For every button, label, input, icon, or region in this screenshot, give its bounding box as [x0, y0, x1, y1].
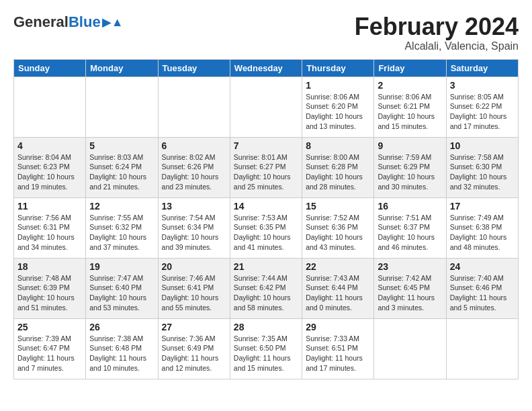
calendar-cell: 24Sunrise: 7:40 AMSunset: 6:46 PMDayligh… — [446, 258, 518, 318]
calendar-cell — [14, 77, 86, 137]
day-info: Sunrise: 7:42 AMSunset: 6:45 PMDaylight:… — [378, 273, 442, 313]
calendar-table: SundayMondayTuesdayWednesdayThursdayFrid… — [13, 59, 519, 379]
title-block: February 2024 Alcalali, Valencia, Spain — [355, 13, 519, 52]
day-number: 10 — [450, 140, 515, 151]
day-number: 4 — [17, 140, 82, 151]
calendar-cell: 10Sunrise: 7:58 AMSunset: 6:30 PMDayligh… — [446, 137, 518, 197]
day-number: 5 — [89, 140, 154, 151]
day-number: 26 — [89, 322, 154, 332]
calendar-cell: 17Sunrise: 7:49 AMSunset: 6:38 PMDayligh… — [446, 197, 518, 258]
day-number: 27 — [162, 322, 226, 332]
calendar-week-row: 18Sunrise: 7:48 AMSunset: 6:39 PMDayligh… — [14, 258, 519, 318]
calendar-cell: 7Sunrise: 8:01 AMSunset: 6:27 PMDaylight… — [230, 137, 302, 197]
day-number: 7 — [234, 140, 298, 151]
calendar-week-row: 11Sunrise: 7:56 AMSunset: 6:31 PMDayligh… — [14, 197, 519, 258]
day-info: Sunrise: 7:46 AMSunset: 6:41 PMDaylight:… — [162, 273, 226, 313]
calendar-cell: 29Sunrise: 7:33 AMSunset: 6:51 PMDayligh… — [302, 318, 374, 379]
day-info: Sunrise: 7:40 AMSunset: 6:46 PMDaylight:… — [450, 273, 515, 313]
day-info: Sunrise: 8:00 AMSunset: 6:28 PMDaylight:… — [306, 152, 370, 192]
day-header-monday: Monday — [86, 59, 158, 77]
calendar-cell: 4Sunrise: 8:04 AMSunset: 6:23 PMDaylight… — [14, 137, 86, 197]
day-info: Sunrise: 7:56 AMSunset: 6:31 PMDaylight:… — [17, 213, 82, 253]
day-info: Sunrise: 7:35 AMSunset: 6:50 PMDaylight:… — [234, 334, 298, 373]
calendar-cell: 18Sunrise: 7:48 AMSunset: 6:39 PMDayligh… — [14, 258, 86, 318]
day-info: Sunrise: 8:03 AMSunset: 6:24 PMDaylight:… — [89, 152, 154, 192]
calendar-cell: 23Sunrise: 7:42 AMSunset: 6:45 PMDayligh… — [374, 258, 446, 318]
logo-blue-text: Blue — [69, 13, 101, 31]
day-number: 18 — [17, 261, 82, 272]
logo: General Blue ▶▲ — [13, 13, 123, 31]
calendar-cell — [446, 318, 518, 379]
calendar-cell: 15Sunrise: 7:52 AMSunset: 6:36 PMDayligh… — [302, 197, 374, 258]
day-info: Sunrise: 7:48 AMSunset: 6:39 PMDaylight:… — [17, 273, 82, 313]
day-info: Sunrise: 7:55 AMSunset: 6:32 PMDaylight:… — [89, 213, 154, 253]
calendar-cell: 16Sunrise: 7:51 AMSunset: 6:37 PMDayligh… — [374, 197, 446, 258]
day-info: Sunrise: 8:05 AMSunset: 6:22 PMDaylight:… — [450, 92, 515, 132]
day-header-saturday: Saturday — [446, 59, 518, 77]
day-number: 24 — [450, 261, 515, 272]
day-number: 19 — [89, 261, 154, 272]
day-number: 28 — [234, 322, 298, 332]
day-info: Sunrise: 7:58 AMSunset: 6:30 PMDaylight:… — [450, 152, 515, 192]
day-info: Sunrise: 7:36 AMSunset: 6:49 PMDaylight:… — [162, 334, 226, 373]
calendar-cell: 5Sunrise: 8:03 AMSunset: 6:24 PMDaylight… — [86, 137, 158, 197]
calendar-cell — [230, 77, 302, 137]
calendar-cell: 2Sunrise: 8:06 AMSunset: 6:21 PMDaylight… — [374, 77, 446, 137]
day-info: Sunrise: 8:06 AMSunset: 6:20 PMDaylight:… — [306, 92, 370, 132]
day-info: Sunrise: 7:52 AMSunset: 6:36 PMDaylight:… — [306, 213, 370, 253]
day-info: Sunrise: 7:43 AMSunset: 6:44 PMDaylight:… — [306, 273, 370, 313]
calendar-cell — [374, 318, 446, 379]
calendar-cell: 11Sunrise: 7:56 AMSunset: 6:31 PMDayligh… — [14, 197, 86, 258]
day-number: 8 — [306, 140, 370, 151]
day-number: 6 — [162, 140, 226, 151]
day-number: 3 — [450, 80, 515, 91]
calendar-cell: 13Sunrise: 7:54 AMSunset: 6:34 PMDayligh… — [158, 197, 230, 258]
calendar-cell: 22Sunrise: 7:43 AMSunset: 6:44 PMDayligh… — [302, 258, 374, 318]
day-number: 12 — [89, 201, 154, 212]
day-info: Sunrise: 8:02 AMSunset: 6:26 PMDaylight:… — [162, 152, 226, 192]
day-number: 23 — [378, 261, 442, 272]
day-info: Sunrise: 7:47 AMSunset: 6:40 PMDaylight:… — [89, 273, 154, 313]
day-info: Sunrise: 7:33 AMSunset: 6:51 PMDaylight:… — [306, 334, 370, 373]
day-number: 14 — [234, 201, 298, 212]
logo-bird-icon: ▶▲ — [102, 15, 124, 30]
calendar-cell: 8Sunrise: 8:00 AMSunset: 6:28 PMDaylight… — [302, 137, 374, 197]
calendar-cell: 14Sunrise: 7:53 AMSunset: 6:35 PMDayligh… — [230, 197, 302, 258]
day-number: 13 — [162, 201, 226, 212]
day-number: 9 — [378, 140, 442, 151]
calendar-header-row: SundayMondayTuesdayWednesdayThursdayFrid… — [14, 59, 519, 77]
month-year-title: February 2024 — [355, 13, 519, 40]
day-info: Sunrise: 7:49 AMSunset: 6:38 PMDaylight:… — [450, 213, 515, 253]
day-info: Sunrise: 8:04 AMSunset: 6:23 PMDaylight:… — [17, 152, 82, 192]
day-info: Sunrise: 7:39 AMSunset: 6:47 PMDaylight:… — [17, 334, 82, 373]
day-info: Sunrise: 8:01 AMSunset: 6:27 PMDaylight:… — [234, 152, 298, 192]
day-info: Sunrise: 7:38 AMSunset: 6:48 PMDaylight:… — [89, 334, 154, 373]
calendar-cell: 6Sunrise: 8:02 AMSunset: 6:26 PMDaylight… — [158, 137, 230, 197]
calendar-cell — [86, 77, 158, 137]
day-number: 20 — [162, 261, 226, 272]
day-info: Sunrise: 7:44 AMSunset: 6:42 PMDaylight:… — [234, 273, 298, 313]
calendar-cell: 27Sunrise: 7:36 AMSunset: 6:49 PMDayligh… — [158, 318, 230, 379]
day-number: 2 — [378, 80, 442, 91]
day-header-wednesday: Wednesday — [230, 59, 302, 77]
calendar-cell: 26Sunrise: 7:38 AMSunset: 6:48 PMDayligh… — [86, 318, 158, 379]
calendar-week-row: 1Sunrise: 8:06 AMSunset: 6:20 PMDaylight… — [14, 77, 519, 137]
day-info: Sunrise: 7:59 AMSunset: 6:29 PMDaylight:… — [378, 152, 442, 192]
calendar-cell: 3Sunrise: 8:05 AMSunset: 6:22 PMDaylight… — [446, 77, 518, 137]
calendar-cell: 28Sunrise: 7:35 AMSunset: 6:50 PMDayligh… — [230, 318, 302, 379]
day-info: Sunrise: 8:06 AMSunset: 6:21 PMDaylight:… — [378, 92, 442, 132]
day-number: 1 — [306, 80, 370, 91]
calendar-cell: 12Sunrise: 7:55 AMSunset: 6:32 PMDayligh… — [86, 197, 158, 258]
day-number: 11 — [17, 201, 82, 212]
calendar-cell: 25Sunrise: 7:39 AMSunset: 6:47 PMDayligh… — [14, 318, 86, 379]
calendar-cell: 19Sunrise: 7:47 AMSunset: 6:40 PMDayligh… — [86, 258, 158, 318]
calendar-cell — [158, 77, 230, 137]
calendar-week-row: 25Sunrise: 7:39 AMSunset: 6:47 PMDayligh… — [14, 318, 519, 379]
logo-general-text: General — [13, 13, 69, 31]
day-number: 29 — [306, 322, 370, 332]
day-number: 16 — [378, 201, 442, 212]
calendar-cell: 20Sunrise: 7:46 AMSunset: 6:41 PMDayligh… — [158, 258, 230, 318]
day-info: Sunrise: 7:54 AMSunset: 6:34 PMDaylight:… — [162, 213, 226, 253]
day-number: 17 — [450, 201, 515, 212]
page-header: General Blue ▶▲ February 2024 Alcalali, … — [13, 13, 519, 52]
